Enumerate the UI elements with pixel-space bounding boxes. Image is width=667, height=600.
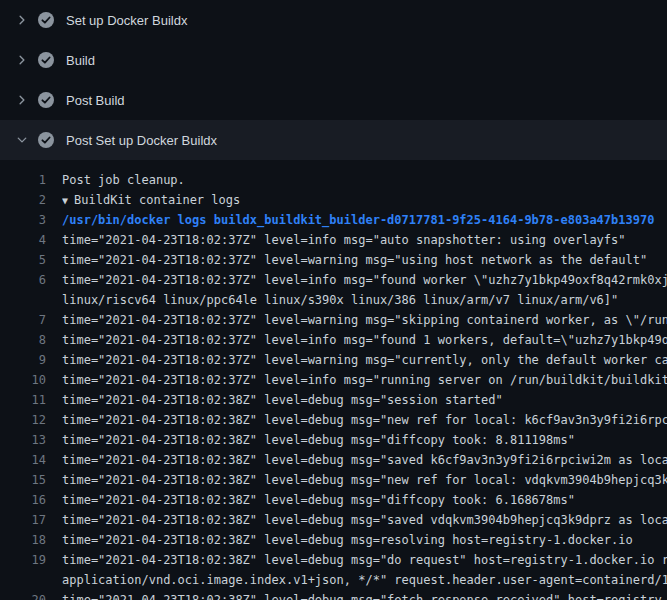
chevron-down-icon [14,132,30,148]
log-line: 16time="2021-04-23T18:02:38Z" level=debu… [0,490,667,510]
log-line: 12time="2021-04-23T18:02:38Z" level=debu… [0,410,667,430]
log-line: 20time="2021-04-23T18:02:38Z" level=debu… [0,590,667,600]
log-line: 14time="2021-04-23T18:02:38Z" level=debu… [0,450,667,470]
step-label: Build [66,53,95,68]
line-number[interactable]: 3 [0,210,62,230]
line-number[interactable]: 16 [0,490,62,510]
line-number[interactable]: 1 [0,170,62,190]
check-circle-icon [38,52,54,68]
line-number[interactable]: 19 [0,550,62,570]
log-text: time="2021-04-23T18:02:38Z" level=debug … [62,490,667,510]
log-text: time="2021-04-23T18:02:37Z" level=warnin… [62,310,667,330]
step-label: Post Build [66,93,125,108]
log-line: 4time="2021-04-23T18:02:37Z" level=info … [0,230,667,250]
triangle-down-icon: ▼ [62,195,68,206]
line-number[interactable]: 20 [0,590,62,600]
log-line: application/vnd.oci.image.index.v1+json,… [0,570,667,590]
line-number[interactable]: 7 [0,310,62,330]
log-line: 17time="2021-04-23T18:02:38Z" level=debu… [0,510,667,530]
line-number [0,290,62,310]
log-line: 18time="2021-04-23T18:02:38Z" level=debu… [0,530,667,550]
log-command-text: /usr/bin/docker logs buildx_buildkit_bui… [62,210,667,230]
log-text: time="2021-04-23T18:02:37Z" level=info m… [62,330,667,350]
log-text: time="2021-04-23T18:02:38Z" level=debug … [62,510,667,530]
log-text: time="2021-04-23T18:02:38Z" level=debug … [62,390,667,410]
check-circle-icon [38,12,54,28]
log-line: 11time="2021-04-23T18:02:38Z" level=debu… [0,390,667,410]
log-text: time="2021-04-23T18:02:38Z" level=debug … [62,470,667,490]
log-text: time="2021-04-23T18:02:38Z" level=debug … [62,590,667,600]
log-text: time="2021-04-23T18:02:38Z" level=debug … [62,450,667,470]
line-number[interactable]: 12 [0,410,62,430]
log-text: linux/riscv64 linux/ppc64le linux/s390x … [62,290,667,310]
chevron-right-icon [14,52,30,68]
line-number[interactable]: 5 [0,250,62,270]
log-text: Post job cleanup. [62,170,667,190]
log-line: linux/riscv64 linux/ppc64le linux/s390x … [0,290,667,310]
log-group-label: BuildKit container logs [74,193,240,207]
line-number[interactable]: 4 [0,230,62,250]
log-text: time="2021-04-23T18:02:37Z" level=warnin… [62,250,667,270]
line-number[interactable]: 2 [0,190,62,210]
log-text: time="2021-04-23T18:02:37Z" level=warnin… [62,350,667,370]
log-line: 13time="2021-04-23T18:02:38Z" level=debu… [0,430,667,450]
step-header-post-build[interactable]: Post Build [0,80,667,120]
line-number[interactable]: 15 [0,470,62,490]
line-number[interactable]: 18 [0,530,62,550]
log-line: 7time="2021-04-23T18:02:37Z" level=warni… [0,310,667,330]
log-text: time="2021-04-23T18:02:37Z" level=info m… [62,370,667,390]
line-number[interactable]: 11 [0,390,62,410]
log-line: 5time="2021-04-23T18:02:37Z" level=warni… [0,250,667,270]
log-line: 9time="2021-04-23T18:02:37Z" level=warni… [0,350,667,370]
log-line: 3/usr/bin/docker logs buildx_buildkit_bu… [0,210,667,230]
log-text: application/vnd.oci.image.index.v1+json,… [62,570,667,590]
line-number[interactable]: 6 [0,270,62,290]
log-text: time="2021-04-23T18:02:37Z" level=info m… [62,230,667,250]
log-text: time="2021-04-23T18:02:38Z" level=debug … [62,530,667,550]
chevron-right-icon [14,92,30,108]
log-line: 10time="2021-04-23T18:02:37Z" level=info… [0,370,667,390]
log-text: time="2021-04-23T18:02:38Z" level=debug … [62,430,667,450]
check-circle-icon [38,132,54,148]
log-line: 2▼BuildKit container logs [0,190,667,210]
workflow-log-panel: Set up Docker BuildxBuildPost BuildPost … [0,0,667,600]
log-group-toggle[interactable]: ▼BuildKit container logs [62,190,667,210]
chevron-right-icon [14,12,30,28]
line-number[interactable]: 17 [0,510,62,530]
log-line: 6time="2021-04-23T18:02:37Z" level=info … [0,270,667,290]
line-number [0,570,62,590]
line-number[interactable]: 8 [0,330,62,350]
log-line: 8time="2021-04-23T18:02:37Z" level=info … [0,330,667,350]
log-line: 1Post job cleanup. [0,170,667,190]
step-label: Post Set up Docker Buildx [66,133,217,148]
line-number[interactable]: 9 [0,350,62,370]
step-header-set-up-docker-buildx[interactable]: Set up Docker Buildx [0,0,667,40]
step-header-build[interactable]: Build [0,40,667,80]
line-number[interactable]: 14 [0,450,62,470]
log-text: time="2021-04-23T18:02:38Z" level=debug … [62,410,667,430]
line-number[interactable]: 13 [0,430,62,450]
step-label: Set up Docker Buildx [66,13,187,28]
log-line: 19time="2021-04-23T18:02:38Z" level=debu… [0,550,667,570]
line-number[interactable]: 10 [0,370,62,390]
check-circle-icon [38,92,54,108]
steps-list: Set up Docker BuildxBuildPost BuildPost … [0,0,667,160]
log-line: 15time="2021-04-23T18:02:38Z" level=debu… [0,470,667,490]
step-header-post-set-up-docker-buildx[interactable]: Post Set up Docker Buildx [0,120,667,160]
log-lines: 1Post job cleanup.2▼BuildKit container l… [0,160,667,600]
log-text: time="2021-04-23T18:02:37Z" level=info m… [62,270,667,290]
log-text: time="2021-04-23T18:02:38Z" level=debug … [62,550,667,570]
